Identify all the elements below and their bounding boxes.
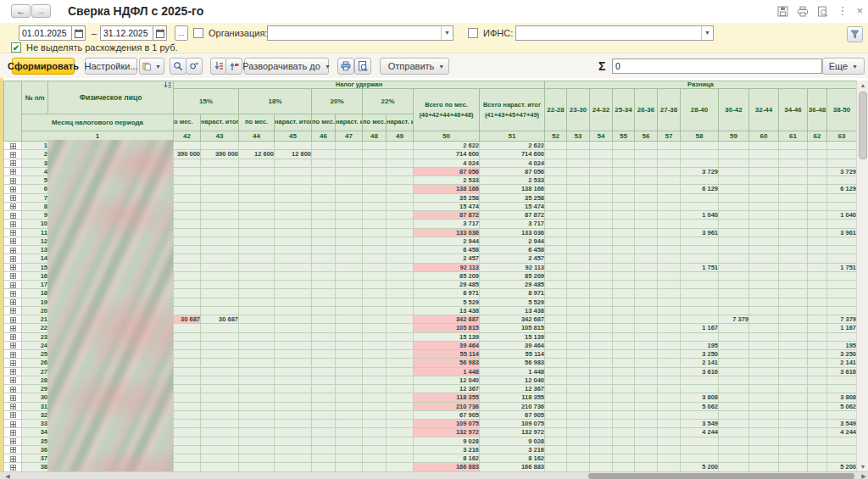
horizontal-scrollbar[interactable]: ◀ ▶ xyxy=(0,471,868,479)
value-cell xyxy=(239,142,275,150)
value-cell xyxy=(749,298,779,306)
value-cell xyxy=(635,254,658,263)
date-to-input[interactable] xyxy=(100,25,153,41)
date-from-input[interactable] xyxy=(19,25,72,41)
expand-row-icon[interactable] xyxy=(10,265,16,270)
expand-row-icon[interactable] xyxy=(10,291,16,297)
expand-row-icon[interactable] xyxy=(10,447,16,453)
sum-input[interactable] xyxy=(612,58,822,74)
preview-icon[interactable] xyxy=(817,6,828,17)
expand-row-icon[interactable] xyxy=(10,282,16,288)
date-period-button[interactable]: ... xyxy=(175,25,188,41)
calendar-icon[interactable] xyxy=(72,25,86,41)
sort-expand-icon[interactable] xyxy=(210,58,227,75)
value-cell xyxy=(749,463,779,471)
expand-row-icon[interactable] xyxy=(10,143,16,149)
more-button[interactable]: Еще▼ xyxy=(822,58,865,75)
value-cell xyxy=(613,306,635,315)
expand-row-icon[interactable] xyxy=(10,421,16,427)
column-number: 52 xyxy=(545,131,567,142)
expand-row-icon[interactable] xyxy=(10,213,16,219)
scroll-up-icon[interactable]: ▲ xyxy=(857,81,868,90)
ifns-checkbox[interactable] xyxy=(468,28,478,38)
expand-row-icon[interactable] xyxy=(10,195,16,201)
chevron-down-icon[interactable]: ▼ xyxy=(441,26,453,40)
expand-row-icon[interactable] xyxy=(10,377,16,383)
calendar-icon[interactable] xyxy=(153,25,167,41)
expand-row-icon[interactable] xyxy=(10,334,16,340)
expand-row-icon[interactable] xyxy=(10,256,16,262)
expand-row-icon[interactable] xyxy=(10,395,16,401)
value-cell: 3 549 xyxy=(681,420,719,428)
value-cell xyxy=(590,306,613,315)
nav-back-button[interactable]: ← xyxy=(11,4,31,18)
value-cell xyxy=(387,159,414,167)
ifns-select[interactable]: ▼ xyxy=(515,25,714,41)
value-cell xyxy=(239,246,275,254)
expand-row-icon[interactable] xyxy=(10,352,16,358)
expand-row-icon[interactable] xyxy=(10,308,16,314)
expand-row-icon[interactable] xyxy=(10,230,16,236)
expand-row-icon[interactable] xyxy=(10,369,16,375)
expand-row-icon[interactable] xyxy=(10,273,16,279)
scroll-down-icon[interactable]: ▼ xyxy=(857,462,868,471)
organization-select[interactable]: ▼ xyxy=(267,25,453,41)
vertical-scrollbar[interactable]: ▲ ▼ xyxy=(856,81,868,471)
expand-row-icon[interactable] xyxy=(10,343,16,348)
expand-row-icon[interactable] xyxy=(10,465,16,471)
expand-row-icon[interactable] xyxy=(10,178,16,184)
expand-row-icon[interactable] xyxy=(10,326,16,331)
expand-row-icon[interactable] xyxy=(10,456,16,462)
print-icon[interactable] xyxy=(797,6,809,17)
expand-row-icon[interactable] xyxy=(10,160,16,166)
value-cell xyxy=(201,185,239,193)
expand-to-button[interactable]: Разворачивать до▼ xyxy=(244,58,329,75)
expand-row-icon[interactable] xyxy=(10,203,16,209)
value-cell xyxy=(590,176,613,185)
expand-row-icon[interactable] xyxy=(10,248,16,253)
expand-row-icon[interactable] xyxy=(10,299,16,305)
save-icon[interactable] xyxy=(777,6,788,17)
expand-row-icon[interactable] xyxy=(10,438,16,444)
expand-row-icon[interactable] xyxy=(10,404,16,409)
settings-button[interactable]: Настройки... xyxy=(85,58,137,75)
expand-row-icon[interactable] xyxy=(10,430,16,436)
printer-icon[interactable] xyxy=(337,58,354,75)
scroll-left-icon[interactable]: ◀ xyxy=(3,472,12,479)
sort-column-icon[interactable] xyxy=(164,81,172,91)
generate-button[interactable]: Сформировать xyxy=(12,58,75,75)
value-cell xyxy=(567,420,590,428)
column-number: 58 xyxy=(681,131,719,142)
chevron-down-icon[interactable]: ▼ xyxy=(701,26,713,40)
expand-row-icon[interactable] xyxy=(10,238,16,244)
print-preview-icon[interactable] xyxy=(354,58,371,75)
value-cell xyxy=(827,281,857,289)
no-highlight-checkbox[interactable]: ✔ xyxy=(11,42,21,53)
more-icon[interactable]: ⋮ xyxy=(837,5,848,17)
filter-funnel-icon[interactable] xyxy=(847,26,863,42)
expand-row-icon[interactable] xyxy=(10,187,16,192)
nav-forward-button[interactable]: → xyxy=(31,4,51,18)
horizontal-scroll-thumb[interactable] xyxy=(588,473,854,479)
expand-row-icon[interactable] xyxy=(10,221,16,227)
value-cell xyxy=(363,332,387,341)
organization-checkbox[interactable] xyxy=(193,28,203,38)
copy-settings-icon[interactable]: ▼ xyxy=(139,58,164,75)
scroll-right-icon[interactable]: ▶ xyxy=(860,472,868,479)
value-cell xyxy=(275,193,312,202)
expand-row-icon[interactable] xyxy=(10,387,16,393)
send-button[interactable]: Отправить▼ xyxy=(380,58,449,75)
expand-row-icon[interactable] xyxy=(10,152,16,158)
expand-row-icon[interactable] xyxy=(10,169,16,175)
expand-row-icon[interactable] xyxy=(10,317,16,323)
value-cell xyxy=(613,367,635,376)
expand-row-icon[interactable] xyxy=(10,412,16,418)
row-number-cell: 16 xyxy=(22,271,48,280)
close-icon[interactable]: × xyxy=(856,5,863,17)
vertical-scroll-thumb[interactable] xyxy=(859,92,867,159)
sort-collapse-icon[interactable] xyxy=(225,58,242,75)
search-icon[interactable] xyxy=(170,58,186,75)
search-next-icon[interactable] xyxy=(186,58,203,75)
expand-row-icon[interactable] xyxy=(10,360,16,366)
value-cell xyxy=(613,402,635,410)
